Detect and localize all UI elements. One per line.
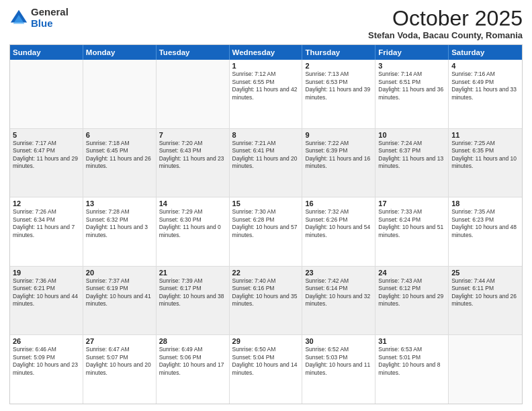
day-number: 8 [232,131,300,139]
header: General Blue October 2025 Stefan Voda, B… [9,7,523,40]
logo: General Blue [9,7,69,29]
cell-info: Sunrise: 7:26 AMSunset: 6:34 PMDaylight:… [13,208,80,239]
cell-info: Sunrise: 6:52 AMSunset: 5:03 PMDaylight:… [305,346,372,377]
day-number: 6 [86,131,153,139]
calendar-week-1: 1Sunrise: 7:12 AMSunset: 6:55 PMDaylight… [10,60,522,129]
table-row [157,60,230,128]
cell-info: Sunrise: 7:22 AMSunset: 6:39 PMDaylight:… [305,140,372,171]
day-number: 9 [305,131,372,139]
table-row: 23Sunrise: 7:42 AMSunset: 6:14 PMDayligh… [302,267,375,335]
cell-info: Sunrise: 7:39 AMSunset: 6:17 PMDaylight:… [159,277,226,308]
table-row: 17Sunrise: 7:33 AMSunset: 6:24 PMDayligh… [375,197,449,266]
cell-info: Sunrise: 7:24 AMSunset: 6:37 PMDaylight:… [378,140,445,171]
calendar-week-5: 26Sunrise: 6:46 AMSunset: 5:09 PMDayligh… [10,335,522,404]
calendar-week-2: 5Sunrise: 7:17 AMSunset: 6:47 PMDaylight… [10,129,522,198]
day-number: 26 [13,337,80,345]
cell-info: Sunrise: 7:36 AMSunset: 6:21 PMDaylight:… [13,277,80,308]
cell-info: Sunrise: 7:18 AMSunset: 6:45 PMDaylight:… [86,140,153,171]
cell-info: Sunrise: 7:13 AMSunset: 6:53 PMDaylight:… [305,71,372,101]
table-row: 21Sunrise: 7:39 AMSunset: 6:17 PMDayligh… [157,267,230,335]
table-row: 4Sunrise: 7:16 AMSunset: 6:49 PMDaylight… [449,60,522,128]
table-row: 11Sunrise: 7:25 AMSunset: 6:35 PMDayligh… [449,129,522,197]
cell-info: Sunrise: 7:37 AMSunset: 6:19 PMDaylight:… [86,277,153,308]
day-number: 13 [86,199,153,208]
table-row: 18Sunrise: 7:35 AMSunset: 6:23 PMDayligh… [449,197,522,266]
day-number: 12 [13,199,80,208]
day-number: 19 [13,269,80,277]
cell-info: Sunrise: 7:40 AMSunset: 6:16 PMDaylight:… [232,277,300,308]
day-number: 27 [86,337,153,345]
table-row [83,60,157,128]
table-row: 16Sunrise: 7:32 AMSunset: 6:26 PMDayligh… [302,197,375,266]
calendar-week-3: 12Sunrise: 7:26 AMSunset: 6:34 PMDayligh… [10,197,522,267]
day-header-monday: Monday [83,45,157,60]
table-row: 24Sunrise: 7:43 AMSunset: 6:12 PMDayligh… [375,267,449,335]
table-row: 29Sunrise: 6:50 AMSunset: 5:04 PMDayligh… [230,335,303,404]
day-number: 24 [378,269,445,277]
day-number: 22 [232,269,300,277]
day-number: 29 [232,337,300,345]
month-title: October 2025 [368,7,523,30]
day-header-thursday: Thursday [302,45,375,60]
day-number: 20 [86,269,153,277]
day-number: 15 [232,199,300,208]
cell-info: Sunrise: 6:46 AMSunset: 5:09 PMDaylight:… [13,346,80,377]
table-row [449,335,522,404]
cell-info: Sunrise: 7:43 AMSunset: 6:12 PMDaylight:… [378,277,445,308]
calendar-body: 1Sunrise: 7:12 AMSunset: 6:55 PMDaylight… [10,60,522,404]
day-number: 11 [451,131,519,139]
table-row: 31Sunrise: 6:53 AMSunset: 5:01 PMDayligh… [375,335,449,404]
logo-blue-text: Blue [31,18,69,30]
cell-info: Sunrise: 6:47 AMSunset: 5:07 PMDaylight:… [86,346,153,377]
cell-info: Sunrise: 7:25 AMSunset: 6:35 PMDaylight:… [451,140,519,171]
table-row: 22Sunrise: 7:40 AMSunset: 6:16 PMDayligh… [230,267,303,335]
day-number: 30 [305,337,372,345]
table-row: 12Sunrise: 7:26 AMSunset: 6:34 PMDayligh… [10,197,83,266]
cell-info: Sunrise: 7:42 AMSunset: 6:14 PMDaylight:… [305,277,372,308]
day-number: 18 [451,199,519,208]
location: Stefan Voda, Bacau County, Romania [368,30,523,40]
cell-info: Sunrise: 6:53 AMSunset: 5:01 PMDaylight:… [378,346,445,377]
table-row: 1Sunrise: 7:12 AMSunset: 6:55 PMDaylight… [230,60,303,128]
table-row: 27Sunrise: 6:47 AMSunset: 5:07 PMDayligh… [83,335,157,404]
day-number: 7 [159,131,226,139]
day-number: 23 [305,269,372,277]
table-row [10,60,83,128]
day-number: 3 [378,62,445,70]
table-row: 15Sunrise: 7:30 AMSunset: 6:28 PMDayligh… [230,197,303,266]
day-number: 17 [378,199,445,208]
table-row: 20Sunrise: 7:37 AMSunset: 6:19 PMDayligh… [83,267,157,335]
cell-info: Sunrise: 7:20 AMSunset: 6:43 PMDaylight:… [159,140,226,171]
table-row: 6Sunrise: 7:18 AMSunset: 6:45 PMDaylight… [83,129,157,197]
calendar-week-4: 19Sunrise: 7:36 AMSunset: 6:21 PMDayligh… [10,267,522,336]
table-row: 13Sunrise: 7:28 AMSunset: 6:32 PMDayligh… [83,197,157,266]
table-row: 7Sunrise: 7:20 AMSunset: 6:43 PMDaylight… [157,129,230,197]
logo-general-text: General [31,7,69,18]
day-number: 14 [159,199,226,208]
cell-info: Sunrise: 7:21 AMSunset: 6:41 PMDaylight:… [232,140,300,171]
cell-info: Sunrise: 7:35 AMSunset: 6:23 PMDaylight:… [451,208,519,239]
cell-info: Sunrise: 7:12 AMSunset: 6:55 PMDaylight:… [232,71,300,101]
day-header-wednesday: Wednesday [230,45,303,60]
table-row: 8Sunrise: 7:21 AMSunset: 6:41 PMDaylight… [230,129,303,197]
day-number: 25 [451,269,519,277]
table-row: 14Sunrise: 7:29 AMSunset: 6:30 PMDayligh… [157,197,230,266]
table-row: 9Sunrise: 7:22 AMSunset: 6:39 PMDaylight… [302,129,375,197]
header-right: October 2025 Stefan Voda, Bacau County, … [368,7,523,40]
table-row: 26Sunrise: 6:46 AMSunset: 5:09 PMDayligh… [10,335,83,404]
table-row: 3Sunrise: 7:14 AMSunset: 6:51 PMDaylight… [375,60,449,128]
logo-text: General Blue [31,7,69,29]
table-row: 10Sunrise: 7:24 AMSunset: 6:37 PMDayligh… [375,129,449,197]
calendar-header: SundayMondayTuesdayWednesdayThursdayFrid… [10,45,522,60]
table-row: 5Sunrise: 7:17 AMSunset: 6:47 PMDaylight… [10,129,83,197]
day-number: 28 [159,337,226,345]
day-header-sunday: Sunday [10,45,83,60]
day-header-tuesday: Tuesday [157,45,230,60]
cell-info: Sunrise: 7:14 AMSunset: 6:51 PMDaylight:… [378,71,445,101]
table-row: 30Sunrise: 6:52 AMSunset: 5:03 PMDayligh… [302,335,375,404]
day-number: 31 [378,337,445,345]
logo-icon [9,9,28,28]
day-number: 1 [232,62,300,70]
table-row: 28Sunrise: 6:49 AMSunset: 5:06 PMDayligh… [157,335,230,404]
table-row: 25Sunrise: 7:44 AMSunset: 6:11 PMDayligh… [449,267,522,335]
